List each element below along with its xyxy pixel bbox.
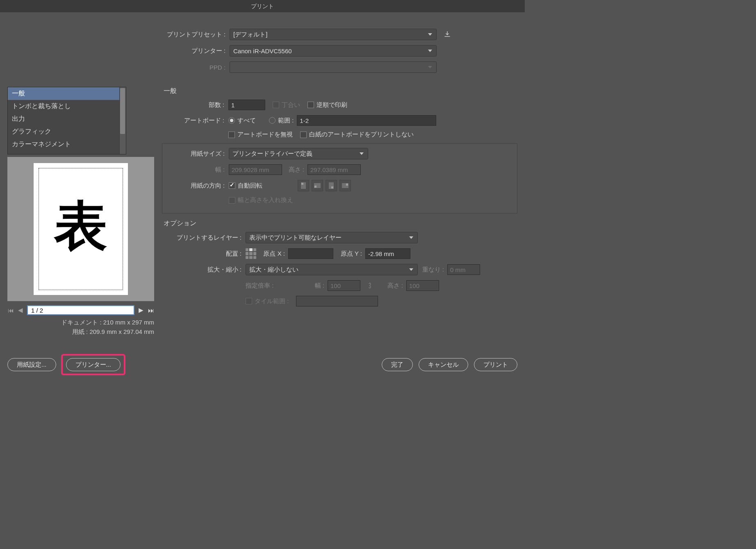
artboard-range-radio[interactable]	[269, 117, 276, 124]
orient-portrait-up-icon	[298, 180, 309, 191]
skip-blank-label: 白紙のアートボードをプリントしない	[309, 131, 414, 138]
cs-height-input	[406, 280, 439, 291]
window-title: プリント	[0, 0, 525, 12]
paper-setup-button[interactable]: 用紙設定...	[7, 358, 56, 371]
orientation-label: 用紙の方向 :	[162, 182, 229, 190]
copies-input[interactable]	[228, 100, 265, 110]
origin-x-label: 原点 X :	[256, 250, 288, 258]
reverse-label: 逆順で印刷	[317, 101, 347, 109]
scaling-select[interactable]: 拡大・縮小しない	[246, 264, 418, 275]
paper-width-input	[229, 164, 282, 175]
page-indicator-input[interactable]	[27, 305, 134, 315]
custom-scale-label: 指定倍率 :	[246, 282, 282, 290]
preview-page: 表	[34, 163, 128, 295]
category-output[interactable]: 出力	[8, 113, 126, 125]
preview-area: 表	[7, 157, 154, 301]
cs-width-input	[328, 280, 360, 291]
placement-grid[interactable]	[246, 248, 256, 259]
reverse-checkbox[interactable]	[307, 102, 314, 108]
paper-height-label: 高さ :	[282, 166, 307, 174]
range-input[interactable]	[297, 115, 436, 126]
cs-width-label: 幅 :	[282, 282, 328, 290]
category-scrollbar[interactable]	[119, 87, 126, 154]
layers-select[interactable]: 表示中でプリント可能なレイヤー	[246, 232, 418, 243]
category-marks-bleed[interactable]: トンボと裁ち落とし	[8, 100, 126, 113]
nav-last-icon[interactable]: ⏭	[148, 307, 154, 313]
ignore-artboard-label: アートボードを無視	[237, 131, 293, 138]
paper-size-select[interactable]: プリンタードライバーで定義	[229, 148, 368, 159]
overlap-input	[447, 264, 480, 275]
paper-height-input	[307, 164, 361, 175]
section-options-heading: オプション	[164, 219, 517, 228]
nav-next-icon[interactable]: ▶	[138, 307, 144, 313]
origin-y-label: 原点 Y :	[333, 250, 365, 258]
ignore-artboard-checkbox[interactable]	[228, 132, 235, 138]
printer-label: プリンター :	[0, 47, 230, 55]
auto-rotate-label: 自動回転	[238, 182, 262, 190]
highlight-annotation: プリンター...	[61, 354, 126, 375]
nav-prev-icon[interactable]: ◀	[17, 307, 24, 313]
tile-range-input	[296, 296, 378, 306]
nav-first-icon[interactable]: ⏮	[7, 307, 14, 313]
printer-select[interactable]: Canon iR-ADVC5560	[230, 45, 437, 57]
printer-button[interactable]: プリンター...	[66, 358, 121, 371]
scaling-label: 拡大・縮小 :	[162, 266, 246, 274]
category-list: 一般 トンボと裁ち落とし 出力 グラフィック カラーマネジメント	[7, 87, 126, 154]
origin-x-input[interactable]	[288, 248, 333, 259]
paper-width-label: 幅 :	[162, 166, 229, 174]
cs-height-label: 高さ :	[379, 282, 406, 290]
section-general-heading: 一般	[164, 87, 517, 95]
artboard-all-radio[interactable]	[228, 117, 235, 124]
artboard-range-label: 範囲 :	[278, 117, 294, 125]
ppd-select	[230, 61, 437, 73]
save-preset-icon[interactable]	[442, 29, 452, 39]
link-icon	[365, 281, 374, 290]
layers-label: プリントするレイヤー :	[162, 234, 246, 242]
preset-select[interactable]: [デフォルト]	[230, 29, 437, 40]
print-button[interactable]: プリント	[474, 358, 517, 371]
artboard-all-label: すべて	[237, 117, 256, 125]
skip-blank-checkbox[interactable]	[300, 132, 307, 138]
cancel-button[interactable]: キャンセル	[419, 358, 468, 371]
ppd-label: PPD :	[0, 64, 230, 71]
collate-label: 丁合い	[282, 101, 300, 109]
copies-label: 部数 :	[162, 101, 228, 109]
auto-rotate-checkbox[interactable]	[229, 182, 235, 189]
preview-content: 表	[54, 191, 107, 263]
artboard-label: アートボード :	[162, 117, 228, 125]
preset-label: プリントプリセット :	[0, 31, 230, 39]
overlap-label: 重なり :	[418, 266, 447, 274]
category-graphics[interactable]: グラフィック	[8, 125, 126, 138]
category-general[interactable]: 一般	[8, 87, 126, 100]
origin-y-input[interactable]	[365, 248, 410, 259]
tile-range-label: タイル範囲 :	[255, 297, 289, 305]
category-color-management[interactable]: カラーマネジメント	[8, 138, 126, 151]
swap-wh-label: 幅と高さを入れ換え	[238, 196, 293, 204]
orient-portrait-down-icon	[326, 180, 337, 191]
done-button[interactable]: 完了	[382, 358, 413, 371]
tile-range-checkbox	[246, 298, 252, 304]
placement-label: 配置 :	[162, 250, 246, 258]
collate-checkbox	[273, 102, 279, 108]
orient-landscape-left-icon	[312, 180, 323, 191]
swap-wh-checkbox	[229, 197, 235, 204]
orient-landscape-right-icon	[339, 180, 351, 191]
paper-size-label: 用紙サイズ :	[162, 150, 229, 158]
preview-meta: ドキュメント : 210 mm x 297 mm 用紙 : 209.9 mm x…	[7, 318, 154, 336]
